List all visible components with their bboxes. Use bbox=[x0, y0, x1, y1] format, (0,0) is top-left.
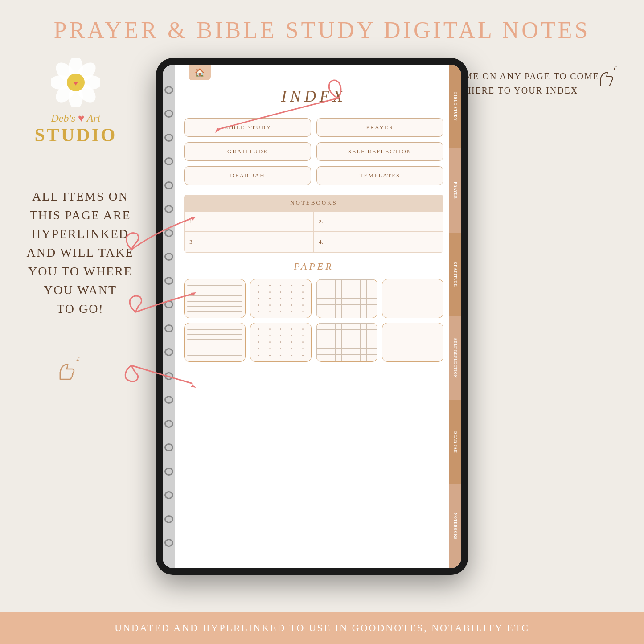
index-btn-dear-jah[interactable]: DEAR JAH bbox=[184, 166, 311, 185]
index-btn-self-reflection[interactable]: SELF REFLECTION bbox=[316, 142, 443, 161]
paper-dotted-2[interactable] bbox=[250, 323, 312, 362]
logo-studio: STUDIO bbox=[27, 124, 125, 146]
spiral-ring bbox=[164, 515, 173, 523]
index-btn-bible-study[interactable]: BIBLE STUDY bbox=[184, 118, 311, 137]
spiral-ring bbox=[164, 86, 173, 94]
home-tab[interactable]: 🏠 bbox=[189, 65, 211, 80]
spiral-ring bbox=[164, 348, 173, 356]
paper-section: PAPER bbox=[180, 261, 448, 362]
spiral-ring bbox=[164, 372, 173, 380]
flower-icon: ♥ bbox=[51, 58, 100, 107]
bottom-bar: UNDATED AND HYPERLINKED TO USE IN GOODNO… bbox=[0, 612, 644, 644]
spiral-ring bbox=[164, 253, 173, 261]
svg-text:♥: ♥ bbox=[74, 79, 78, 87]
left-annotation: ALL ITEMS ON THIS PAGE ARE HYPERLINKED A… bbox=[18, 187, 143, 318]
spiral-ring bbox=[164, 396, 173, 404]
paper-blank-2[interactable] bbox=[382, 323, 443, 362]
spiral-ring bbox=[164, 324, 173, 332]
index-buttons: BIBLE STUDY PRAYER GRATITUDE SELF REFLEC… bbox=[180, 118, 448, 185]
side-tabs: BIBLE STUDY PRAYER GRATITUDE SELF REFLEC… bbox=[449, 65, 461, 568]
notebooks-grid: 1. 2. 3. 4. bbox=[184, 211, 443, 253]
svg-text:+: + bbox=[81, 363, 83, 367]
notebook-cell-4[interactable]: 4. bbox=[314, 232, 443, 252]
spiral-ring bbox=[164, 277, 173, 285]
paper-title: PAPER bbox=[184, 261, 443, 272]
thumbs-up-left-icon: ✦ + + bbox=[53, 357, 85, 393]
spiral-ring bbox=[164, 134, 173, 142]
notebook-cell-2[interactable]: 2. bbox=[314, 212, 443, 231]
spiral-ring bbox=[164, 539, 173, 547]
tablet-screen: 🏠 INDEX BIBLE STUDY PRAYER GRATITUDE SEL… bbox=[163, 65, 461, 568]
spiral-binding bbox=[163, 65, 175, 568]
tablet-outer: 🏠 INDEX BIBLE STUDY PRAYER GRATITUDE SEL… bbox=[156, 58, 468, 575]
side-tab-dear-jah[interactable]: DEAR JAH bbox=[449, 400, 461, 484]
spiral-ring bbox=[164, 468, 173, 476]
side-tab-bible-study[interactable]: BIBLE STUDY bbox=[449, 65, 461, 148]
main-title: PRAYER & BIBLE STUDY DIGITAL NOTES bbox=[0, 0, 644, 52]
paper-grid bbox=[184, 279, 443, 362]
index-btn-prayer[interactable]: PRAYER bbox=[316, 118, 443, 137]
side-tab-self-reflection[interactable]: SELF REFLECTION bbox=[449, 316, 461, 400]
notebook-cell-1[interactable]: 1. bbox=[185, 212, 313, 231]
side-tab-gratitude[interactable]: GRATITUDE bbox=[449, 233, 461, 316]
logo-area: ♥ Deb's ♥ Art STUDIO bbox=[27, 58, 125, 146]
spiral-ring bbox=[164, 110, 173, 118]
paper-grid-2[interactable] bbox=[316, 323, 377, 362]
spiral-ring bbox=[164, 420, 173, 428]
paper-lined-1[interactable] bbox=[184, 279, 246, 318]
spiral-ring bbox=[164, 300, 173, 308]
svg-text:+: + bbox=[615, 66, 617, 68]
spiral-ring bbox=[164, 157, 173, 165]
logo-line1: Deb's ♥ Art bbox=[27, 112, 125, 124]
paper-dotted-1[interactable] bbox=[250, 279, 312, 318]
side-tab-notebooks[interactable]: NOTEBOOKS bbox=[449, 484, 461, 568]
spiral-ring bbox=[164, 229, 173, 237]
side-tab-prayer[interactable]: PRAYER bbox=[449, 148, 461, 232]
paper-lined-2[interactable] bbox=[184, 323, 246, 362]
index-btn-gratitude[interactable]: GRATITUDE bbox=[184, 142, 311, 161]
page-inner: INDEX BIBLE STUDY PRAYER GRATITUDE SELF … bbox=[175, 65, 461, 568]
notebooks-header: NOTEBOOKS bbox=[184, 195, 443, 211]
notebooks-section: NOTEBOOKS 1. 2. 3. 4. bbox=[180, 195, 448, 253]
index-title: INDEX bbox=[180, 87, 448, 106]
spiral-ring bbox=[164, 491, 173, 499]
paper-blank-1[interactable] bbox=[382, 279, 443, 318]
notebook-content: 🏠 INDEX BIBLE STUDY PRAYER GRATITUDE SEL… bbox=[175, 65, 461, 568]
spiral-ring bbox=[164, 443, 173, 451]
spiral-ring bbox=[164, 181, 173, 189]
spiral-ring bbox=[164, 205, 173, 213]
paper-grid-1[interactable] bbox=[316, 279, 377, 318]
svg-text:+: + bbox=[618, 72, 620, 76]
thumbs-up-right-icon: ✦ + + bbox=[595, 66, 622, 97]
index-btn-templates[interactable]: TEMPLATES bbox=[316, 166, 443, 185]
notebook-cell-3[interactable]: 3. bbox=[185, 232, 313, 252]
tablet-device: 🏠 INDEX BIBLE STUDY PRAYER GRATITUDE SEL… bbox=[156, 58, 468, 575]
svg-text:+: + bbox=[78, 357, 80, 360]
bottom-bar-text: UNDATED AND HYPERLINKED TO USE IN GOODNO… bbox=[115, 622, 529, 634]
